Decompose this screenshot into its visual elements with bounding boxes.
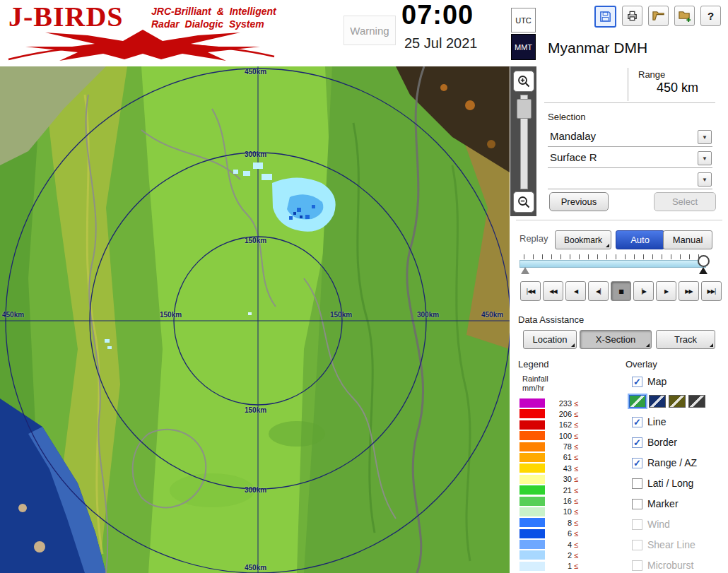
legend-row: 10≤ <box>519 507 578 516</box>
previous-button[interactable]: Previous <box>549 192 609 211</box>
play-button[interactable]: ▶ <box>656 281 676 301</box>
chevron-down-icon[interactable]: ▼ <box>698 172 712 187</box>
checkbox[interactable] <box>632 499 642 509</box>
stop-button[interactable]: ■ <box>611 281 631 301</box>
range-label: 450km <box>245 68 266 76</box>
auto-mode-button[interactable]: Auto <box>616 230 664 249</box>
play-reverse-button[interactable]: ◀ <box>565 281 586 301</box>
print-button[interactable] <box>622 6 642 26</box>
help-icon: ? <box>708 10 714 22</box>
fast-forward-button[interactable]: ▶▶ <box>679 281 699 301</box>
overlay-title: Overlay <box>626 359 657 370</box>
zoom-in-button[interactable] <box>513 71 534 92</box>
toolbar: ? <box>594 6 721 28</box>
timeline-track[interactable] <box>519 260 706 268</box>
legend-value: 16 <box>548 497 572 505</box>
legend-row: 78≤ <box>519 442 578 451</box>
chevron-down-icon[interactable]: ▼ <box>698 151 712 165</box>
overlay-item-lati-long[interactable]: Lati / Long <box>632 478 693 489</box>
fast-rewind-button[interactable]: ◀◀ <box>543 281 563 301</box>
bookmark-button[interactable]: Bookmark <box>555 230 611 249</box>
overlay-item-label: Microburst <box>647 560 693 571</box>
step-back-button[interactable]: ◀| <box>588 281 609 301</box>
checkbox[interactable]: ✓ <box>632 437 642 448</box>
range-label-text: Range <box>638 69 665 80</box>
checkbox <box>632 560 642 571</box>
legend-color-swatch <box>519 442 545 451</box>
save-icon <box>599 10 612 23</box>
legend-value: 6 <box>548 529 572 538</box>
checkbox[interactable] <box>632 478 642 489</box>
map-style-navy-swatch[interactable] <box>649 395 666 408</box>
range-label: 300km <box>417 311 439 319</box>
product-dropdown-value: Surface R <box>550 151 597 163</box>
map-style-olive-swatch[interactable] <box>669 395 686 408</box>
legend-color-swatch <box>519 431 545 440</box>
checkbox[interactable]: ✓ <box>632 458 642 468</box>
overlay-item-border[interactable]: ✓ Border <box>632 437 677 448</box>
legend-value: 100 <box>548 432 572 440</box>
legend-row: 100≤ <box>519 431 578 440</box>
legend-value: 43 <box>548 464 572 473</box>
corner-triangle-icon <box>646 343 650 347</box>
eagle-logo-icon <box>4 25 276 65</box>
export-button[interactable] <box>674 6 695 26</box>
legend-value: 206 <box>548 410 572 418</box>
bookmark-button-label: Bookmark <box>564 235 602 245</box>
overlay-item-label: Range / AZ <box>647 457 697 468</box>
legend-operator: ≤ <box>574 519 578 527</box>
chevron-down-icon[interactable]: ▼ <box>698 130 712 144</box>
legend-value: 21 <box>548 486 572 495</box>
manual-mode-button[interactable]: Manual <box>663 230 712 249</box>
option-dropdown[interactable]: ▼ <box>548 170 712 189</box>
overlay-item-wind: Wind <box>632 519 670 530</box>
overlay-item-marker[interactable]: Marker <box>632 498 679 509</box>
legend-color-swatch <box>519 420 545 430</box>
overlay-item-range-az[interactable]: ✓ Range / AZ <box>632 457 697 468</box>
open-folder-icon <box>652 9 665 23</box>
step-forward-button[interactable]: |▶ <box>633 281 654 301</box>
map-style-green-swatch[interactable] <box>629 395 646 408</box>
overlay-item-label: Lati / Long <box>647 478 693 489</box>
station-title: Myanmar DMH <box>548 40 647 57</box>
zoom-slider-thumb[interactable] <box>517 99 532 119</box>
timeline-position-marker-icon[interactable] <box>699 267 708 274</box>
overlay-item-map[interactable]: ✓ Map <box>632 376 667 387</box>
selection-label: Selection <box>548 112 585 122</box>
legend-color-swatch <box>519 540 545 549</box>
help-button[interactable]: ? <box>700 6 721 26</box>
location-button[interactable]: Location <box>523 330 577 349</box>
overlay-item-line[interactable]: ✓ Line <box>632 416 666 427</box>
checkbox[interactable]: ✓ <box>632 417 642 427</box>
range-label: 300km <box>245 150 266 158</box>
xsection-button[interactable]: X-Section <box>580 330 652 349</box>
warning-indicator[interactable]: Warning <box>344 16 396 45</box>
legend-value: 78 <box>548 442 572 451</box>
export-icon <box>678 9 691 23</box>
xsection-button-label: X-Section <box>596 334 635 345</box>
timeline-thumb[interactable] <box>698 255 710 267</box>
save-button[interactable] <box>594 6 616 28</box>
clock-time: 07:00 <box>401 0 474 30</box>
skip-last-button[interactable]: ▶▶| <box>701 281 722 301</box>
corner-triangle-icon <box>710 343 713 347</box>
radar-map[interactable]: 450km 300km 150km 150km 300km 450km 450k… <box>0 66 510 573</box>
utc-toggle-button[interactable]: UTC <box>511 8 536 33</box>
checkbox[interactable]: ✓ <box>632 377 642 387</box>
legend-value: 8 <box>548 519 572 527</box>
mmt-toggle-button[interactable]: MMT <box>511 34 536 60</box>
overlay-item-label: Wind <box>647 519 670 530</box>
legend-operator: ≤ <box>574 486 578 495</box>
checkbox <box>632 519 642 530</box>
zoom-out-button[interactable] <box>513 191 534 213</box>
station-dropdown[interactable]: Mandalay ▼ <box>548 127 712 147</box>
legend-operator: ≤ <box>574 529 578 538</box>
product-dropdown[interactable]: Surface R ▼ <box>548 148 712 168</box>
skip-first-button[interactable]: |◀◀ <box>520 281 541 301</box>
legend-operator: ≤ <box>574 540 578 549</box>
select-button[interactable]: Select <box>654 192 716 211</box>
open-folder-button[interactable] <box>648 6 669 26</box>
map-style-gray-swatch[interactable] <box>688 395 705 408</box>
checkbox <box>632 540 642 550</box>
track-button[interactable]: Track <box>656 330 715 349</box>
